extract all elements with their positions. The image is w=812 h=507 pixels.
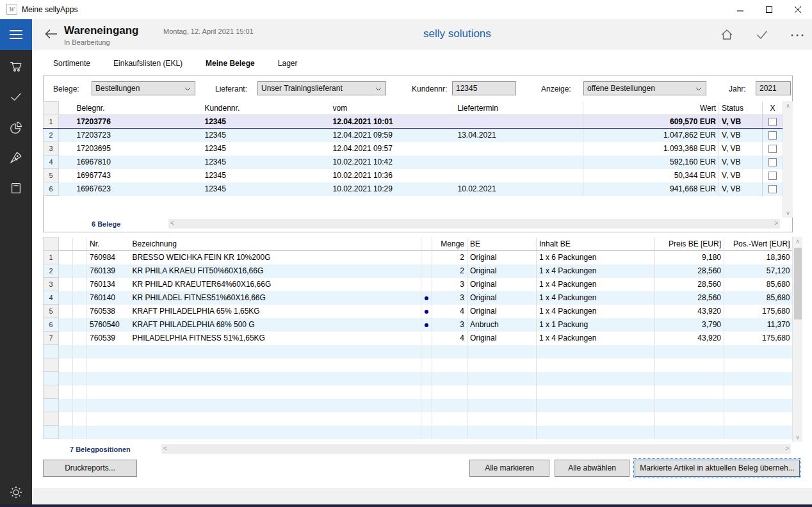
minimize-button[interactable] [726, 0, 754, 19]
order-row[interactable]: 2172037231234512.04.2021 09:5913.04.2021… [44, 129, 783, 142]
cell-kundennr: 12345 [202, 142, 330, 156]
row-number[interactable]: 4 [44, 291, 59, 305]
tab-sortimente[interactable]: Sortimente [53, 59, 90, 68]
positions-vertical-scrollbar[interactable]: ∧ ∨ [792, 237, 802, 442]
cell-be: Anbruch [467, 318, 537, 332]
maximize-button[interactable] [754, 0, 783, 19]
uebernehmen-button[interactable]: Markierte Artikel in aktuellen Beleg übe… [635, 460, 800, 477]
cell-menge: 2 [432, 264, 467, 278]
cart-icon[interactable] [9, 60, 23, 74]
more-options-button[interactable] [790, 29, 805, 45]
pie-chart-icon[interactable] [9, 120, 23, 134]
tab-einkaufslisten-ekl[interactable]: Einkaufslisten (EKL) [113, 59, 183, 68]
col-belegnr[interactable]: Belegnr. [74, 102, 202, 115]
row-number[interactable]: 6 [44, 182, 59, 196]
tab-meine-belege[interactable]: Meine Belege [206, 59, 255, 68]
alle-abwaehlen-button[interactable]: Alle abwählen [555, 460, 629, 477]
scroll-right-icon[interactable]: > [785, 445, 789, 452]
order-row[interactable]: 3172036951234512.04.2021 09:571.093,368 … [44, 142, 783, 156]
scroll-up-icon[interactable]: ∧ [783, 102, 793, 109]
orders-horizontal-scrollbar[interactable]: < > [168, 219, 780, 229]
position-row[interactable]: 3760134KR PHILAD KRAEUTER64%60X16,66G3Or… [44, 278, 793, 291]
col-pos-wert[interactable]: Pos.-Wert [EUR] [724, 237, 793, 251]
scroll-right-icon[interactable]: > [774, 220, 778, 227]
row-checkbox[interactable] [768, 131, 777, 140]
row-number[interactable]: 1 [44, 115, 59, 129]
order-row[interactable]: 4169678101234510.02.2021 10:42592,160 EU… [44, 156, 783, 169]
position-row[interactable]: 7760539PHILADELPHIA FITNESS 51%1,65KG4Or… [44, 332, 793, 345]
position-row[interactable]: 5760538KRAFT PHILADELPHIA 65% 1,65KG4Ori… [44, 305, 793, 318]
col-status[interactable]: Status [719, 102, 763, 115]
col-wert[interactable]: Wert [583, 102, 719, 115]
tab-lager[interactable]: Lager [278, 59, 298, 68]
order-row[interactable]: 6169676231234510.02.2021 10:2910.02.2021… [44, 182, 783, 196]
cell-bezeichnung: KRAFT PHILADELPHIA 65% 1,65KG [130, 305, 421, 318]
anzeige-select[interactable]: offene Bestellungen [583, 81, 706, 95]
lieferant-select[interactable]: Unser Trainingslieferant [257, 81, 386, 95]
position-row[interactable]: 4760140KR PHILADEL FITNES51%60X16,66G3Or… [44, 291, 793, 305]
col-inhalt-be[interactable]: Inhalt BE [537, 237, 655, 251]
order-row[interactable]: 5169677431234510.02.2021 10:3650,344 EUR… [44, 169, 783, 182]
scrollbar-thumb[interactable] [794, 248, 802, 319]
jahr-input[interactable]: 2021 [756, 81, 791, 95]
book-icon[interactable] [9, 181, 23, 195]
order-row[interactable]: 1172037761234512.04.2021 10:01609,570 EU… [44, 115, 783, 129]
back-button[interactable] [44, 28, 59, 42]
confirm-button[interactable] [754, 27, 770, 42]
cell-menge: 3 [432, 278, 467, 291]
col-preis-be[interactable]: Preis BE [EUR] [655, 237, 724, 251]
row-number[interactable]: 1 [44, 251, 59, 264]
row-number[interactable]: 6 [44, 318, 59, 332]
scroll-down-icon[interactable]: ∨ [783, 210, 793, 216]
page-header: Wareneingang Montag, 12. April 2021 15:0… [32, 19, 812, 50]
maximize-icon [765, 6, 773, 13]
alle-markieren-button[interactable]: Alle markieren [469, 460, 549, 477]
cell-kundennr: 12345 [202, 156, 330, 169]
home-icon [719, 27, 735, 42]
page-datetime: Montag, 12. April 2021 15:01 [163, 28, 254, 35]
row-number[interactable]: 2 [44, 129, 59, 142]
scroll-left-icon[interactable]: < [163, 445, 167, 452]
row-number[interactable]: 3 [44, 278, 59, 291]
row-number[interactable]: 5 [44, 169, 59, 182]
settings-gear-icon[interactable] [9, 485, 23, 499]
close-button[interactable] [783, 0, 812, 19]
druckreports-button[interactable]: Druckreports... [43, 460, 137, 477]
kundennr-input[interactable]: 12345 [452, 81, 516, 95]
col-checkbox[interactable]: X [763, 102, 783, 115]
cell-wert: 609,570 EUR [583, 115, 719, 129]
col-nr[interactable]: Nr. [87, 237, 130, 251]
col-liefertermin[interactable]: Liefertermin [455, 102, 583, 115]
position-row[interactable]: 65760540KRAFT PHILADELPHIA 68% 500 G3Anb… [44, 318, 793, 332]
cell-menge: 3 [432, 318, 467, 332]
menu-button[interactable] [0, 19, 32, 50]
checkmark-icon[interactable] [9, 90, 23, 104]
chevron-down-icon [184, 87, 191, 91]
row-checkbox[interactable] [768, 145, 777, 153]
orders-vertical-scrollbar[interactable]: ∧ ∨ [783, 101, 793, 218]
orders-header-row: Belegnr. Kundennr. vom Liefertermin Wert… [44, 102, 783, 115]
row-checkbox[interactable] [768, 158, 777, 166]
scroll-down-icon[interactable]: ∨ [793, 434, 802, 440]
row-checkbox[interactable] [768, 118, 777, 126]
col-vom[interactable]: vom [330, 102, 455, 115]
col-be[interactable]: BE [467, 237, 537, 251]
col-kundennr[interactable]: Kundennr. [202, 102, 330, 115]
row-number[interactable]: 5 [44, 305, 59, 318]
row-number[interactable]: 3 [44, 142, 59, 156]
positions-horizontal-scrollbar[interactable]: < > [161, 444, 791, 454]
row-number[interactable]: 7 [44, 332, 59, 345]
row-checkbox[interactable] [768, 172, 777, 180]
belege-select[interactable]: Bestellungen [92, 81, 195, 95]
position-row[interactable]: 1760984BRESSO WEICHKA FEIN KR 10%200G2Or… [44, 251, 793, 264]
col-menge[interactable]: Menge [432, 237, 467, 251]
position-row[interactable]: 2760139KR PHILA KRAEU FIT50%60X16,66G2Or… [44, 264, 793, 278]
row-number[interactable]: 4 [44, 156, 59, 169]
home-button[interactable] [719, 27, 735, 42]
col-bezeichnung[interactable]: Bezeichnung [130, 237, 421, 251]
scroll-up-icon[interactable]: ∧ [793, 238, 802, 245]
row-number[interactable]: 2 [44, 264, 59, 278]
row-checkbox[interactable] [768, 185, 777, 193]
pizza-icon[interactable] [9, 150, 23, 165]
scroll-left-icon[interactable]: < [170, 220, 174, 227]
